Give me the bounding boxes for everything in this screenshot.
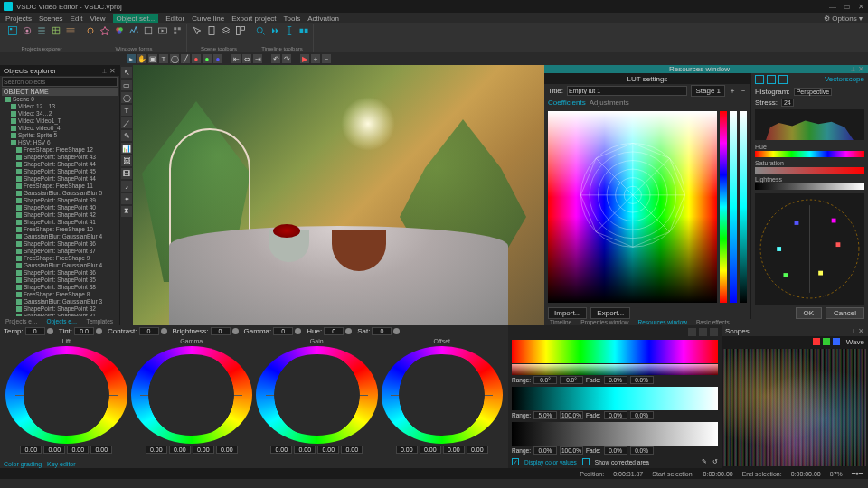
color-wheel-gain[interactable] [256, 346, 378, 444]
projects-explorer-button[interactable] [6, 24, 19, 37]
vt-rect-icon[interactable]: ▭ [121, 80, 132, 90]
wheel-lift-v2[interactable] [67, 446, 89, 454]
slider-saturation[interactable] [755, 167, 864, 174]
vt-ellipse-icon[interactable]: ◯ [121, 92, 132, 103]
tree-item[interactable]: Video: 12…13 [2, 103, 118, 110]
tree-item[interactable]: FreeShape: FreeShape 10 [2, 226, 118, 233]
reset-dot-icon[interactable] [47, 328, 53, 334]
menu-projects[interactable]: Projects [5, 14, 32, 23]
tool-crop-icon[interactable]: ▣ [148, 54, 157, 63]
reset-dot-icon[interactable] [161, 328, 167, 334]
tool-zoom-in-icon[interactable]: ＋ [311, 54, 320, 63]
wheel-gamma-v1[interactable] [169, 446, 191, 454]
scopes-close-icon[interactable]: ✕ [858, 327, 864, 335]
color-grading-button[interactable] [113, 24, 126, 37]
tree-item[interactable]: Video: Video1_T [2, 117, 118, 125]
tab-basic-effects[interactable]: Basic effects [693, 319, 733, 325]
menu-object-set[interactable]: Object set... [113, 14, 159, 23]
scopes-button[interactable] [127, 24, 140, 37]
r1-fade-max[interactable] [630, 411, 654, 419]
tree-item[interactable]: ShapePoint: ShapePoint 37 [2, 248, 118, 255]
cg-Hue:-input[interactable] [324, 327, 344, 335]
preview-viewport[interactable] [133, 65, 544, 325]
minimize-button[interactable]: — [829, 3, 836, 11]
vt-text-icon[interactable]: T [121, 105, 132, 116]
tree-item[interactable]: ShapePoint: ShapePoint 40 [2, 204, 118, 211]
wheel-lift-v3[interactable] [90, 446, 112, 454]
maximize-button[interactable]: ▭ [844, 3, 851, 11]
color-wheel-lift[interactable] [5, 346, 127, 444]
grad-hue-top[interactable] [512, 340, 718, 363]
grad-light-bar[interactable] [512, 422, 718, 446]
lut-vectorscope-icon[interactable] [767, 75, 776, 84]
lut-ok-button[interactable]: OK [796, 307, 823, 319]
timeline-button[interactable] [64, 24, 77, 37]
playback-tools-button[interactable] [269, 24, 281, 37]
tool-pick-icon[interactable]: ● [213, 54, 222, 63]
scopes-pin-icon[interactable]: ⟂ [851, 327, 855, 335]
menu-view[interactable]: View [90, 14, 105, 23]
histogram-mode-select[interactable]: Perspective [794, 88, 833, 96]
chk-display-color-values[interactable] [512, 458, 519, 465]
hue-strip[interactable] [720, 111, 727, 303]
tree-item[interactable]: GaussianBlur: GaussianBlur 3 [2, 298, 118, 305]
tree-item[interactable]: ShapePoint: ShapePoint 44 [2, 175, 118, 183]
vt-audio-icon[interactable]: ♪ [121, 181, 132, 192]
tool-zoom-out-icon[interactable]: － [322, 54, 331, 63]
wheel-offset-v1[interactable] [420, 446, 441, 454]
scope-r-toggle[interactable] [813, 338, 820, 345]
wheel-offset-v3[interactable] [467, 446, 488, 454]
tool-redo-icon[interactable]: ↷ [282, 54, 291, 63]
tool-shape-icon[interactable]: ◯ [170, 54, 179, 63]
templates-button[interactable] [142, 24, 155, 37]
wheel-lift-v1[interactable] [43, 446, 65, 454]
zoom-tools-button[interactable] [254, 24, 267, 37]
sources-button[interactable] [171, 24, 184, 37]
wheel-gain-v2[interactable] [317, 446, 339, 454]
tree-item[interactable]: FreeShape: FreeShape 11 [2, 183, 118, 190]
wheel-gamma-v3[interactable] [216, 446, 238, 454]
tree-item[interactable]: ShapePoint: ShapePoint 35 [2, 277, 118, 284]
res-close-icon[interactable]: ✕ [858, 65, 864, 73]
layer-tools-button[interactable] [220, 24, 232, 37]
lut-del-stage-icon[interactable]: － [740, 86, 747, 96]
menu-curveline[interactable]: Curve line [192, 14, 224, 23]
reset-dot-icon[interactable] [393, 328, 400, 334]
vt-image-icon[interactable]: 🖼 [121, 155, 132, 166]
menu-editor[interactable]: Editor [165, 14, 184, 23]
wheel-gain-v0[interactable] [270, 446, 292, 454]
tree-item[interactable]: ShapePoint: ShapePoint 43 [2, 154, 118, 161]
tab-adjustments[interactable]: Adjustments [590, 99, 629, 107]
wheel-offset-v2[interactable] [443, 446, 465, 454]
tab-templates[interactable]: Templates [82, 318, 117, 324]
blocks-tools-button[interactable] [297, 24, 310, 37]
template-preview-button[interactable] [156, 24, 169, 37]
menu-edit[interactable]: Edit [71, 14, 83, 23]
tree-item[interactable]: FreeShape: FreeShape 8 [2, 291, 118, 298]
tab-coefficients[interactable]: Coefficients [548, 99, 586, 107]
tree-item[interactable]: ShapePoint: ShapePoint 42 [2, 211, 118, 219]
tool-undo-icon[interactable]: ↶ [271, 54, 280, 63]
tool-align-center-icon[interactable]: ⇔ [242, 54, 251, 63]
tab-color-grading[interactable]: Color grading [4, 461, 42, 467]
lut-reset-icon[interactable] [778, 75, 788, 84]
tree-item[interactable]: FreeShape: FreeShape 12 [2, 146, 118, 154]
r0-fade-min[interactable] [604, 376, 627, 384]
tree-item[interactable]: Video: 34…2 [2, 110, 118, 117]
tree-item[interactable]: ShapePoint: ShapePoint 38 [2, 284, 118, 291]
cg-Sat:-input[interactable] [372, 327, 392, 335]
tool-align-right-icon[interactable]: ⇥ [253, 54, 262, 63]
layout-tools-button[interactable] [234, 24, 247, 37]
zoom-slider[interactable]: ━●━ [852, 470, 863, 477]
grad-hue-bottom[interactable] [512, 364, 718, 375]
reset-dot-icon[interactable] [232, 328, 239, 334]
vt-cursor-icon[interactable]: ↖ [121, 67, 132, 78]
r2-range-max[interactable] [560, 446, 583, 455]
tool-align-left-icon[interactable]: ⇤ [231, 54, 241, 63]
lut-add-stage-icon[interactable]: ＋ [729, 86, 736, 96]
lut-export-button[interactable]: Export... [590, 307, 630, 319]
lut-import-button[interactable]: Import... [548, 307, 587, 319]
r1-range-max[interactable] [560, 411, 583, 419]
object-tools-button[interactable] [191, 24, 203, 37]
grad-link-icon[interactable] [699, 328, 707, 336]
